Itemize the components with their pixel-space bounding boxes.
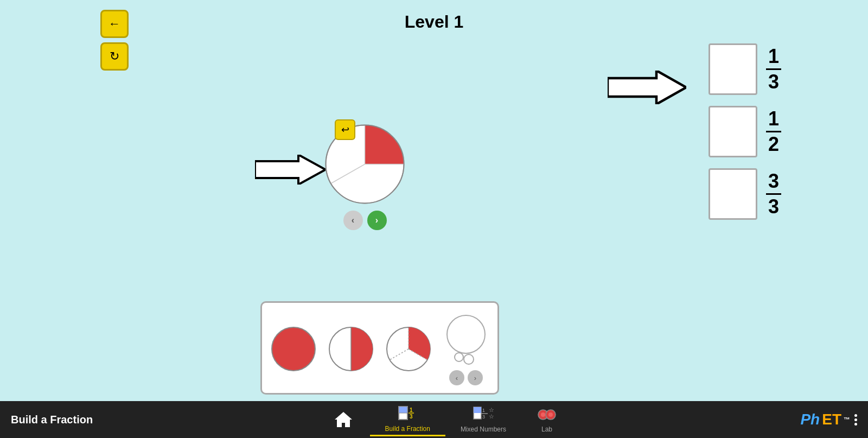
- fraction-display-1: 1 3: [766, 46, 781, 92]
- fraction-1-denominator: 3: [768, 71, 779, 93]
- nav-tabs: 1 3 Build a Fraction 1 3 ☆: [370, 403, 572, 436]
- tray-nav-left[interactable]: ‹: [449, 370, 464, 385]
- fraction-box-2[interactable]: [709, 106, 757, 157]
- fraction-display-3: 3 3: [766, 170, 781, 217]
- tray-circle-empty[interactable]: ‹ ›: [442, 313, 490, 385]
- fraction-target-2: 1 2: [709, 106, 781, 157]
- mixed-numbers-icon: 1 3 ☆ ☆: [473, 406, 494, 424]
- pie-navigation: ‹ ›: [323, 211, 407, 230]
- fraction-1-line: [766, 68, 781, 70]
- fraction-targets: 1 3 1 2 3 3: [709, 43, 781, 220]
- home-button[interactable]: [330, 406, 357, 433]
- tray-nav-right[interactable]: ›: [468, 370, 483, 385]
- tray-circle-full[interactable]: [269, 325, 318, 373]
- fraction-box-1[interactable]: [709, 43, 757, 95]
- arrow-to-target: [608, 71, 686, 106]
- fraction-target-3: 3 3: [709, 168, 781, 220]
- svg-point-15: [455, 353, 463, 361]
- fraction-3-line: [766, 193, 781, 195]
- fraction-3-numerator: 3: [768, 170, 779, 192]
- svg-marker-6: [608, 71, 686, 104]
- tab-build-a-fraction-label: Build a Fraction: [385, 425, 430, 433]
- tab-lab-label: Lab: [541, 426, 552, 433]
- tray-circle-third[interactable]: [384, 325, 433, 373]
- svg-text:1: 1: [410, 407, 413, 413]
- svg-marker-17: [335, 412, 352, 427]
- svg-point-7: [272, 327, 315, 371]
- tab-mixed-numbers[interactable]: 1 3 ☆ ☆ Mixed Numbers: [445, 404, 521, 435]
- pie-nav-right[interactable]: ›: [367, 211, 387, 230]
- tab-mixed-numbers-label: Mixed Numbers: [461, 426, 506, 433]
- pie-nav-left[interactable]: ‹: [343, 211, 363, 230]
- svg-marker-0: [255, 155, 326, 185]
- tab-lab[interactable]: Lab: [521, 404, 572, 435]
- svg-text:3: 3: [482, 414, 485, 420]
- fraction-target-1: 1 3: [709, 43, 781, 95]
- svg-point-32: [541, 412, 545, 417]
- menu-icon[interactable]: [854, 414, 857, 426]
- svg-point-33: [548, 412, 553, 417]
- fraction-display-2: 1 2: [766, 108, 781, 155]
- svg-text:3: 3: [410, 414, 413, 420]
- circle-tray: ‹ ›: [260, 301, 499, 395]
- svg-rect-19: [399, 407, 407, 413]
- svg-point-16: [464, 354, 474, 364]
- refresh-button[interactable]: ↻: [100, 42, 129, 71]
- pie-area: ↩ ‹ ›: [323, 119, 407, 230]
- svg-text:1: 1: [482, 408, 485, 413]
- undo-button[interactable]: ↩: [335, 119, 355, 140]
- fraction-2-denominator: 2: [768, 134, 779, 155]
- tray-circles-row: ‹ ›: [269, 313, 490, 385]
- app-title: Build a Fraction: [11, 414, 93, 426]
- phet-logo: PhET ™: [800, 411, 857, 428]
- build-fraction-icon: 1 3: [398, 405, 417, 424]
- svg-point-14: [447, 315, 485, 353]
- fraction-2-line: [766, 131, 781, 132]
- fraction-2-numerator: 1: [768, 108, 779, 130]
- tray-circle-half[interactable]: [327, 325, 375, 373]
- arrow-to-pie: [255, 155, 326, 187]
- fraction-3-denominator: 3: [768, 196, 779, 218]
- bottom-nav: Build a Fraction 1 3 Build a Fr: [0, 401, 868, 438]
- svg-text:☆: ☆: [489, 407, 494, 413]
- tray-nav: ‹ ›: [449, 370, 483, 385]
- svg-text:☆: ☆: [489, 413, 494, 420]
- fraction-1-numerator: 1: [768, 46, 779, 67]
- svg-rect-24: [474, 407, 481, 413]
- lab-icon: [537, 406, 557, 424]
- level-title: Level 1: [0, 12, 868, 32]
- tab-build-a-fraction[interactable]: 1 3 Build a Fraction: [370, 403, 445, 436]
- fraction-box-3[interactable]: [709, 168, 757, 220]
